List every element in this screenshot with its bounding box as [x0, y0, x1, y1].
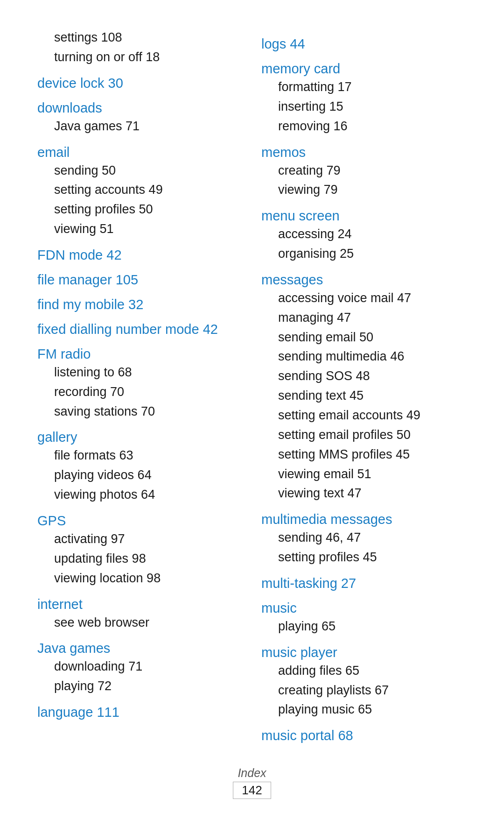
index-subitem: managing 47	[261, 308, 467, 328]
index-subitem: creating playlists 67	[261, 681, 467, 700]
index-subitem: organising 25	[261, 244, 467, 264]
index-subitem: setting MMS profiles 45	[261, 445, 467, 465]
index-heading: email	[37, 145, 243, 160]
index-subitem: viewing location 98	[37, 569, 243, 588]
index-heading: Java games	[37, 641, 243, 656]
index-heading: device lock 30	[37, 76, 243, 91]
index-subitem: file formats 63	[37, 446, 243, 466]
index-subitem: removing 16	[261, 117, 467, 136]
index-subitem: playing music 65	[261, 700, 467, 720]
index-heading: music	[261, 601, 467, 616]
index-subitem: recording 70	[37, 382, 243, 402]
index-subitem: playing 65	[261, 617, 467, 636]
index-heading: logs 44	[261, 36, 467, 52]
index-subitem: activating 97	[37, 530, 243, 549]
index-subitem: sending email 50	[261, 328, 467, 347]
index-heading: gallery	[37, 430, 243, 445]
index-subitem: viewing email 51	[261, 465, 467, 484]
index-heading: multimedia messages	[261, 512, 467, 527]
index-heading: language 111	[37, 705, 243, 720]
index-subitem: playing 72	[37, 677, 243, 696]
index-heading: GPS	[37, 513, 243, 529]
index-subitem: settings 108	[37, 28, 243, 48]
index-subitem: viewing photos 64	[37, 485, 243, 505]
index-subitem: formatting 17	[261, 78, 467, 97]
index-subitem: sending text 45	[261, 386, 467, 406]
index-subitem: viewing 51	[37, 219, 243, 239]
index-subitem: updating files 98	[37, 549, 243, 569]
index-subitem: Java games 71	[37, 117, 243, 136]
index-subitem: adding files 65	[261, 661, 467, 681]
index-subitem: sending 46, 47	[261, 528, 467, 548]
index-subitem: listening to 68	[37, 363, 243, 382]
index-heading: memory card	[261, 61, 467, 77]
index-heading: fixed dialling number mode 42	[37, 322, 243, 337]
index-subitem: sending multimedia 46	[261, 347, 467, 367]
index-subitem: setting accounts 49	[37, 180, 243, 200]
index-heading: internet	[37, 597, 243, 612]
index-subitem: accessing voice mail 47	[261, 289, 467, 308]
index-subitem: inserting 15	[261, 97, 467, 117]
index-subitem: creating 79	[261, 161, 467, 181]
index-subitem: sending SOS 48	[261, 367, 467, 386]
index-subitem: turning on or off 18	[37, 48, 243, 67]
footer-page-number: 142	[233, 782, 271, 799]
left-column: settings 108turning on or off 18device l…	[37, 28, 243, 744]
index-heading: find my mobile 32	[37, 297, 243, 312]
index-subitem: accessing 24	[261, 225, 467, 244]
index-heading: FM radio	[37, 346, 243, 362]
index-subitem: saving stations 70	[37, 402, 243, 422]
index-heading: multi-tasking 27	[261, 576, 467, 591]
index-heading: FDN mode 42	[37, 247, 243, 263]
index-subitem: see web browser	[37, 613, 243, 633]
index-subitem: setting email accounts 49	[261, 406, 467, 425]
index-heading: downloads	[37, 100, 243, 116]
footer-label: Index	[0, 766, 504, 780]
index-subitem: setting email profiles 50	[261, 425, 467, 445]
index-heading: memos	[261, 145, 467, 160]
index-subitem: downloading 71	[37, 657, 243, 677]
index-heading: music player	[261, 645, 467, 660]
index-heading: music portal 68	[261, 728, 467, 743]
index-heading: file manager 105	[37, 272, 243, 288]
right-column: logs 44memory cardformatting 17inserting…	[261, 28, 467, 744]
index-subitem: setting profiles 50	[37, 200, 243, 219]
index-subitem: setting profiles 45	[261, 548, 467, 567]
index-heading: messages	[261, 272, 467, 288]
page-footer: Index 142	[0, 766, 504, 799]
index-subitem: viewing text 47	[261, 484, 467, 503]
index-subitem: playing videos 64	[37, 466, 243, 485]
index-heading: menu screen	[261, 208, 467, 224]
index-subitem: viewing 79	[261, 180, 467, 200]
index-subitem: sending 50	[37, 161, 243, 181]
